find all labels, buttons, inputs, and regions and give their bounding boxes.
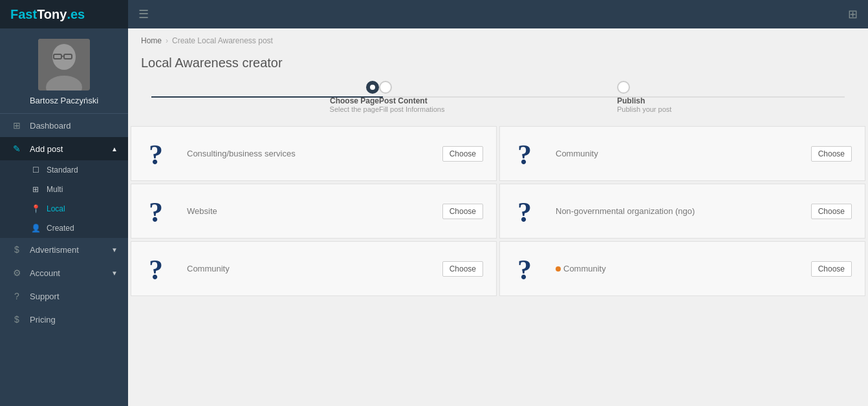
sidebar-item-standard[interactable]: ☐ Standard	[0, 160, 128, 180]
page-card-2[interactable]: ?CommunityChoose	[499, 126, 865, 181]
sidebar-item-label-multi: Multi	[47, 185, 63, 194]
add-post-arrow: ▲	[111, 145, 118, 153]
choose-button-3[interactable]: Choose	[442, 204, 483, 219]
stepper-step-choose-page: Choose Page Select the page	[141, 81, 379, 113]
user-profile: Bartosz Paczyński	[0, 28, 128, 114]
sidebar-item-support[interactable]: ? Support	[0, 284, 128, 308]
breadcrumb: Home › Create Local Awareness post	[128, 28, 868, 53]
breadcrumb-home[interactable]: Home	[141, 36, 162, 45]
logo-es: .es	[67, 7, 85, 22]
svg-text:?: ?	[517, 197, 532, 228]
stepper-sublabel-3: Publish your post	[617, 105, 671, 113]
multi-icon: ⊞	[30, 185, 41, 194]
svg-text:?: ?	[149, 139, 163, 171]
created-icon: 👤	[30, 224, 41, 233]
stepper-sublabel-1: Select the page	[330, 105, 379, 113]
avatar-svg	[38, 39, 90, 91]
page-card-4[interactable]: ?Non-governmental organization (ngo)Choo…	[499, 184, 865, 239]
dashboard-icon: ⊞	[10, 120, 23, 131]
page-card-icon-4: ?	[513, 195, 545, 228]
breadcrumb-current: Create Local Awareness post	[172, 36, 273, 45]
sidebar-item-pricing[interactable]: $ Pricing	[0, 308, 128, 331]
sidebar-item-label-local: Local	[47, 204, 65, 213]
add-post-icon: ✎	[10, 144, 23, 154]
page-card-icon-2: ?	[513, 138, 545, 170]
topbar-right-icon[interactable]: ⊞	[848, 7, 858, 21]
sidebar-item-label-account: Account	[30, 268, 60, 278]
support-icon: ?	[10, 291, 23, 301]
svg-text:?: ?	[517, 139, 532, 171]
sidebar-item-add-post[interactable]: ✎ Add post ▲	[0, 137, 128, 160]
choose-button-4[interactable]: Choose	[811, 204, 852, 219]
sidebar-item-label-dashboard: Dashboard	[30, 121, 71, 131]
sidebar-item-advertisment[interactable]: $ Advertisment ▼	[0, 238, 128, 261]
page-card-icon-6: ?	[513, 253, 545, 285]
sidebar-item-label-add-post: Add post	[30, 144, 63, 154]
stepper: Choose Page Select the page Post Content…	[128, 81, 868, 126]
stepper-circle-1	[366, 81, 379, 94]
topbar: ☰ ⊞	[128, 0, 868, 28]
account-icon: ⚙	[10, 268, 23, 278]
logo-fast: Fast	[10, 7, 37, 22]
sidebar-item-local[interactable]: 📍 Local	[0, 199, 128, 219]
page-card-name-1: Consulting/business services	[187, 149, 432, 158]
local-icon: 📍	[30, 204, 41, 213]
page-card-name-5: Community	[187, 264, 432, 273]
page-card-icon-5: ?	[144, 253, 177, 285]
stepper-label-1: Choose Page	[330, 96, 379, 105]
stepper-circle-3	[617, 81, 630, 94]
sidebar-item-dashboard[interactable]: ⊞ Dashboard	[0, 114, 128, 137]
svg-text:?: ?	[517, 254, 532, 286]
svg-text:?: ?	[149, 197, 163, 228]
choose-button-2[interactable]: Choose	[811, 146, 852, 162]
page-content: Home › Create Local Awareness post Local…	[128, 28, 868, 406]
logo: FastTony.es	[0, 0, 128, 28]
main-content: ☰ ⊞ Home › Create Local Awareness post L…	[128, 0, 868, 406]
sidebar-navigation: ⊞ Dashboard ✎ Add post ▲ ☐ Standard ⊞ Mu…	[0, 114, 128, 406]
page-card-5[interactable]: ?CommunityChoose	[131, 241, 497, 296]
stepper-inner-1	[370, 85, 375, 90]
sidebar-item-multi[interactable]: ⊞ Multi	[0, 180, 128, 199]
choose-button-5[interactable]: Choose	[442, 261, 483, 277]
sidebar: FastTony.es Bartosz Paczyński	[0, 0, 128, 406]
stepper-circle-2	[379, 81, 392, 94]
avatar	[38, 39, 90, 91]
page-card-name-6: Community	[556, 264, 801, 273]
choose-button-6[interactable]: Choose	[811, 261, 852, 277]
stepper-step-post-content: Post Content Fill post Informations	[379, 81, 617, 113]
sidebar-item-label-standard: Standard	[47, 166, 78, 175]
avatar-image	[38, 39, 90, 91]
page-title: Local Awareness creator	[128, 53, 868, 81]
page-card-icon-3: ?	[144, 195, 177, 228]
sidebar-item-account[interactable]: ⚙ Account ▼	[0, 261, 128, 284]
advertisment-icon: $	[10, 244, 23, 255]
sidebar-item-label-created: Created	[47, 224, 74, 233]
sidebar-item-created[interactable]: 👤 Created	[0, 219, 128, 238]
svg-text:?: ?	[149, 254, 163, 286]
pricing-icon: $	[10, 314, 23, 325]
stepper-step-publish: Publish Publish your post	[617, 81, 855, 113]
page-card-name-3: Website	[187, 206, 432, 216]
page-card-1[interactable]: ?Consulting/business servicesChoose	[131, 126, 497, 181]
status-dot-6	[556, 266, 561, 272]
page-card-6[interactable]: ?CommunityChoose	[499, 241, 865, 296]
account-arrow: ▼	[111, 270, 118, 277]
advertisment-arrow: ▼	[111, 246, 118, 253]
page-card-name-2: Community	[556, 149, 801, 158]
page-card-3[interactable]: ?WebsiteChoose	[131, 184, 497, 239]
stepper-label-3: Publish	[617, 96, 645, 105]
choose-button-1[interactable]: Choose	[442, 146, 483, 162]
stepper-label-2: Post Content	[379, 96, 428, 105]
sidebar-item-label-pricing: Pricing	[30, 315, 56, 325]
pages-grid: ?Consulting/business servicesChoose?Comm…	[128, 126, 868, 296]
page-card-icon-1: ?	[144, 138, 177, 170]
breadcrumb-separator: ›	[166, 36, 168, 45]
standard-icon: ☐	[30, 166, 41, 175]
topbar-menu-icon[interactable]: ☰	[138, 7, 149, 21]
page-card-name-4: Non-governmental organization (ngo)	[556, 206, 801, 216]
sidebar-item-label-advertisment: Advertisment	[30, 245, 79, 255]
sidebar-item-label-support: Support	[30, 292, 60, 301]
stepper-sublabel-2: Fill post Informations	[379, 105, 444, 113]
profile-name: Bartosz Paczyński	[30, 96, 98, 105]
logo-tony: Tony	[37, 7, 67, 22]
